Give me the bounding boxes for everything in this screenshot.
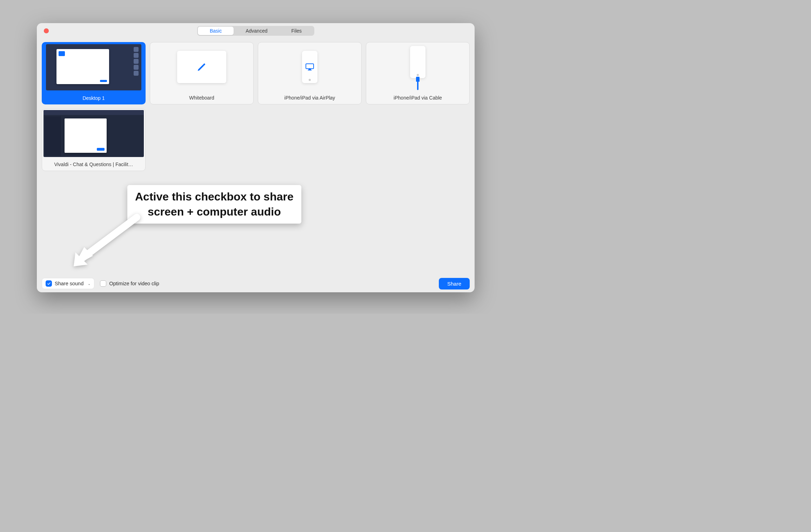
annotation-line-2: screen + computer audio bbox=[135, 204, 294, 219]
close-window-button[interactable] bbox=[44, 28, 49, 33]
share-sound-checkbox[interactable] bbox=[46, 280, 52, 287]
desktop-thumbnail bbox=[42, 42, 146, 92]
share-option-label: iPhone/iPad via Cable bbox=[366, 91, 469, 104]
tab-basic[interactable]: Basic bbox=[198, 27, 234, 35]
share-option-whiteboard[interactable]: Whiteboard bbox=[150, 42, 254, 104]
tab-switcher: Basic Advanced Files bbox=[197, 26, 314, 36]
share-sound-control[interactable]: Share sound ⌄ bbox=[42, 278, 94, 289]
pencil-icon bbox=[196, 62, 207, 72]
share-option-label: Desktop 1 bbox=[42, 92, 146, 104]
whiteboard-thumbnail bbox=[150, 42, 253, 91]
phone-airplay-thumbnail bbox=[258, 42, 361, 91]
share-option-label: Vivaldi - Chat & Questions | Facilit… bbox=[42, 158, 145, 171]
optimize-video-checkbox[interactable] bbox=[100, 280, 106, 287]
share-option-label: Whiteboard bbox=[150, 91, 253, 104]
chevron-down-icon[interactable]: ⌄ bbox=[88, 282, 91, 286]
optimize-video-control[interactable]: Optimize for video clip bbox=[100, 280, 159, 287]
phone-cable-thumbnail bbox=[366, 42, 469, 91]
svg-rect-0 bbox=[306, 64, 314, 69]
share-option-iphone-cable[interactable]: iPhone/iPad via Cable bbox=[366, 42, 470, 104]
annotation-callout: Active this checkbox to share screen + c… bbox=[127, 185, 301, 224]
tab-advanced[interactable]: Advanced bbox=[234, 27, 279, 35]
share-option-label: iPhone/iPad via AirPlay bbox=[258, 91, 361, 104]
share-option-desktop-1[interactable]: Desktop 1 bbox=[42, 42, 146, 104]
share-option-app-window-vivaldi[interactable]: Vivaldi - Chat & Questions | Facilit… bbox=[42, 109, 146, 171]
airplay-icon bbox=[305, 63, 314, 71]
optimize-video-label: Optimize for video clip bbox=[109, 281, 159, 286]
share-option-iphone-airplay[interactable]: iPhone/iPad via AirPlay bbox=[258, 42, 362, 104]
annotation-line-1: Active this checkbox to share bbox=[135, 189, 294, 204]
cable-icon bbox=[416, 77, 420, 90]
tab-files[interactable]: Files bbox=[279, 27, 314, 35]
app-window-thumbnail bbox=[42, 109, 145, 158]
annotation-arrow-icon bbox=[67, 214, 140, 270]
check-icon bbox=[47, 282, 51, 286]
footer-bar: Share sound ⌄ Optimize for video clip Sh… bbox=[37, 275, 475, 292]
share-button[interactable]: Share bbox=[439, 278, 470, 289]
window-titlebar: Basic Advanced Files bbox=[37, 23, 475, 39]
share-sound-label: Share sound bbox=[55, 281, 83, 286]
